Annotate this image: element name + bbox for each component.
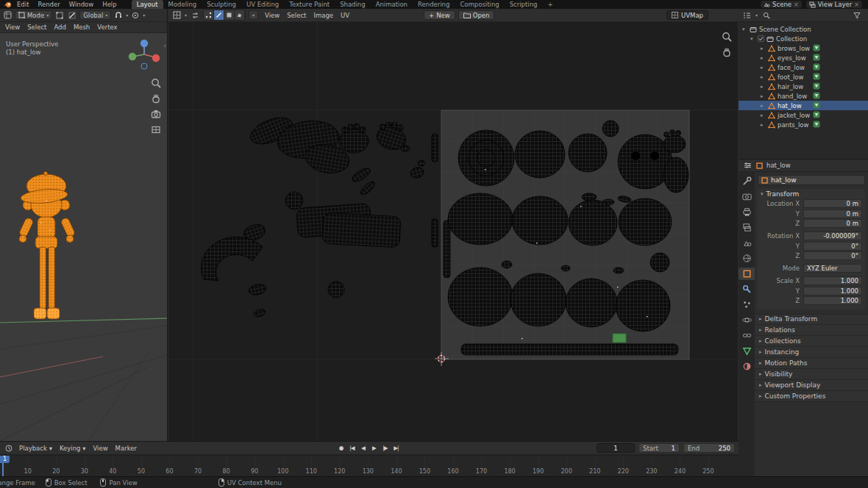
viewport-menu-view[interactable]: View bbox=[1, 24, 24, 31]
panel-relations[interactable]: ▸Relations bbox=[755, 325, 868, 336]
viewport-menu-vertex[interactable]: Vertex bbox=[93, 24, 121, 31]
blender-logo-icon[interactable] bbox=[2, 1, 13, 8]
frame-end-field[interactable]: End 250 bbox=[683, 443, 735, 453]
field-rotation-x[interactable]: -0.000009° bbox=[803, 232, 862, 240]
uv-menu-image[interactable]: Image bbox=[310, 12, 337, 19]
edge-select-icon[interactable] bbox=[67, 10, 77, 20]
editor-type-icon[interactable] bbox=[741, 10, 752, 20]
object-name-field[interactable]: hat_low bbox=[758, 175, 865, 185]
outliner-item-hair-low[interactable]: ▸hair_low bbox=[739, 82, 868, 91]
properties-tab-tool[interactable] bbox=[739, 175, 755, 187]
scene-unlink-icon[interactable]: × bbox=[794, 1, 799, 8]
expand-arrow[interactable]: ▾ bbox=[742, 26, 747, 32]
field-z[interactable]: 1.000 bbox=[803, 296, 862, 305]
scene-selector[interactable]: Scene × bbox=[761, 1, 802, 8]
properties-tab-object-data[interactable] bbox=[739, 345, 755, 357]
viewport-menu-select[interactable]: Select bbox=[24, 24, 50, 31]
panel-custom-properties[interactable]: ▸Custom Properties bbox=[755, 391, 868, 402]
workspace-tab-sculpting[interactable]: Sculpting bbox=[202, 0, 241, 9]
uv-menu-select[interactable]: Select bbox=[283, 12, 310, 19]
zoom-icon[interactable] bbox=[721, 31, 733, 43]
expand-arrow[interactable]: ▸ bbox=[761, 46, 766, 51]
expand-arrow[interactable]: ▸ bbox=[761, 74, 766, 80]
field-y[interactable]: 1.000 bbox=[803, 287, 862, 295]
timeline-menu-keying[interactable]: Keying ▾ bbox=[56, 445, 90, 452]
field-y[interactable]: 0 m bbox=[803, 209, 862, 218]
menu-help[interactable]: Help bbox=[98, 0, 121, 9]
transform-panel-header[interactable]: ▾ Transform bbox=[758, 189, 865, 199]
panel-motion-paths[interactable]: ▸Motion Paths bbox=[755, 358, 868, 369]
playhead-frame-badge[interactable]: 1 bbox=[0, 456, 10, 463]
workspace-tab-texture-paint[interactable]: Texture Paint bbox=[284, 0, 335, 9]
axis-z-ball[interactable] bbox=[140, 40, 148, 47]
uv-vertex-select-icon[interactable] bbox=[204, 10, 214, 20]
viewport-menu-mesh[interactable]: Mesh bbox=[70, 24, 93, 31]
panel-collections[interactable]: ▸Collections bbox=[755, 336, 868, 347]
chevron-down-icon[interactable]: ▾ bbox=[126, 12, 128, 18]
menu-render[interactable]: Render bbox=[33, 0, 64, 9]
expand-arrow[interactable]: ▸ bbox=[761, 112, 766, 118]
workspace-tab-animation[interactable]: Animation bbox=[371, 0, 413, 9]
uv-sticky-select-dropdown[interactable]: ▾ bbox=[249, 10, 258, 20]
properties-tab-view-layer[interactable] bbox=[739, 221, 755, 234]
outliner-item-hat-low[interactable]: ▸hat_low bbox=[739, 101, 868, 110]
timeline-menu-view[interactable]: View bbox=[89, 445, 111, 452]
expand-arrow[interactable]: ▾ bbox=[750, 36, 755, 42]
outliner-item-eyes-low[interactable]: ▸eyes_low bbox=[739, 53, 868, 62]
menu-window[interactable]: Window bbox=[65, 0, 99, 9]
outliner-item-face-low[interactable]: ▸face_low bbox=[739, 62, 868, 72]
camera-view-icon[interactable] bbox=[150, 108, 162, 120]
open-image-button[interactable]: Open bbox=[458, 10, 495, 20]
move-view-hand-icon[interactable] bbox=[721, 46, 733, 58]
properties-tab-scene[interactable] bbox=[739, 237, 755, 249]
outliner-scene-collection[interactable]: ▾ Scene Collection bbox=[739, 24, 868, 34]
axis-x-ball[interactable] bbox=[152, 54, 160, 62]
expand-arrow[interactable]: ▸ bbox=[761, 84, 766, 90]
properties-tab-output[interactable] bbox=[739, 206, 755, 218]
mode-dropdown[interactable]: Mode ▾ bbox=[15, 10, 52, 20]
uv-sync-selection-icon[interactable] bbox=[190, 10, 200, 20]
current-frame-field[interactable]: 1 bbox=[597, 443, 635, 453]
panel-visibility[interactable]: ▸Visibility bbox=[755, 369, 868, 380]
checkbox-icon[interactable] bbox=[758, 35, 764, 42]
outliner-item-jacket-low[interactable]: ▸jacket_low bbox=[739, 110, 868, 120]
chevron-down-icon[interactable]: ▾ bbox=[143, 12, 145, 18]
editor-type-icon[interactable] bbox=[171, 10, 182, 20]
field-z[interactable]: 0° bbox=[803, 251, 862, 260]
move-view-hand-icon[interactable] bbox=[150, 93, 162, 104]
properties-tab-modifiers[interactable] bbox=[739, 283, 755, 295]
menu-edit[interactable]: Edit bbox=[13, 0, 33, 9]
outliner-item-brows-low[interactable]: ▸brows_low bbox=[739, 43, 868, 53]
uv-face-select-icon[interactable] bbox=[224, 10, 235, 20]
panel-delta-transform[interactable]: ▸Delta Transform bbox=[755, 314, 868, 325]
workspace-tab-plus[interactable]: + bbox=[543, 0, 558, 9]
transform-orientation-dropdown[interactable]: Global ▾ bbox=[79, 10, 111, 20]
expand-arrow[interactable]: ▸ bbox=[761, 55, 766, 61]
vertex-select-icon[interactable] bbox=[54, 10, 65, 20]
uv-map-selector[interactable]: UVMap bbox=[666, 10, 708, 20]
panel-instancing[interactable]: ▸Instancing bbox=[755, 347, 868, 358]
properties-tab-physics[interactable] bbox=[739, 314, 755, 326]
outliner-item-pants-low[interactable]: ▸pants_low bbox=[739, 120, 868, 129]
field-location-x[interactable]: 0 m bbox=[803, 199, 862, 208]
editor-type-icon[interactable] bbox=[2, 10, 13, 20]
record-button[interactable]: ● bbox=[336, 443, 346, 453]
frame-start-field[interactable]: Start 1 bbox=[638, 443, 680, 453]
expand-arrow[interactable]: ▸ bbox=[761, 93, 766, 99]
field-z[interactable]: 0 m bbox=[803, 219, 862, 228]
snap-magnet-icon[interactable] bbox=[113, 10, 124, 20]
workspace-tab-compositing[interactable]: Compositing bbox=[455, 0, 504, 9]
region-collapse-icon[interactable]: ‹ bbox=[163, 42, 166, 49]
uv-menu-uv[interactable]: UV bbox=[337, 12, 353, 19]
navigation-gizmo[interactable] bbox=[127, 37, 161, 71]
jump-last-button[interactable]: ▶| bbox=[391, 443, 401, 453]
zoom-icon[interactable] bbox=[150, 77, 162, 89]
timeline-menu-playback[interactable]: Playback ▾ bbox=[15, 445, 56, 452]
panel-viewport-display[interactable]: ▸Viewport Display bbox=[755, 380, 868, 391]
outliner-item-foot-low[interactable]: ▸foot_low bbox=[739, 72, 868, 82]
play-reverse-button[interactable]: ◀ bbox=[358, 443, 368, 453]
workspace-tab-modeling[interactable]: Modeling bbox=[163, 0, 202, 9]
search-icon[interactable] bbox=[761, 10, 772, 20]
outliner-collection[interactable]: ▾ Collection bbox=[739, 34, 868, 43]
next-keyframe-button[interactable]: |▶ bbox=[380, 443, 390, 453]
